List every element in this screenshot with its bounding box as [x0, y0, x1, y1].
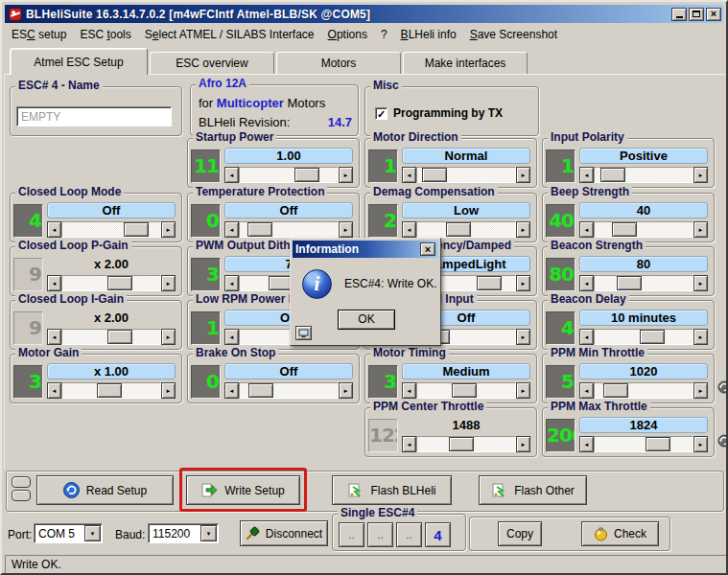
programming-by-tx-checkbox[interactable]: ✓ — [375, 107, 387, 120]
flash-other-button[interactable]: Flash Other — [479, 475, 587, 505]
slider-track[interactable] — [239, 221, 339, 238]
slider-right-arrow-icon[interactable]: ► — [161, 329, 176, 345]
slider-right-arrow-icon[interactable]: ► — [516, 382, 530, 399]
slider-left-arrow-icon[interactable]: ◄ — [224, 275, 239, 291]
tab-esc-overview[interactable]: ESC overview — [150, 52, 274, 74]
check-button[interactable]: Check — [581, 521, 659, 546]
slider-thumb[interactable] — [248, 383, 273, 398]
menu-item-esc-setup[interactable]: ESC setup — [5, 26, 73, 43]
value-slider[interactable]: ◄ ► — [579, 436, 708, 452]
slider-thumb[interactable] — [617, 276, 642, 290]
slider-right-arrow-icon[interactable]: ► — [161, 275, 176, 291]
slider-right-arrow-icon[interactable]: ► — [516, 221, 530, 238]
esc-name-input[interactable] — [16, 106, 172, 126]
menu-item-options[interactable]: Options — [321, 26, 374, 43]
slider-thumb[interactable] — [603, 383, 628, 398]
slider-right-arrow-icon[interactable]: ► — [516, 329, 530, 345]
dialog-ok-button[interactable]: OK — [338, 310, 395, 330]
slider-right-arrow-icon[interactable]: ► — [339, 167, 353, 183]
tab-atmel-esc-setup[interactable]: Atmel ESC Setup — [10, 48, 148, 75]
slider-right-arrow-icon[interactable]: ► — [693, 221, 708, 238]
esc-select-2[interactable]: .. — [367, 522, 393, 547]
slider-track[interactable] — [239, 167, 339, 183]
baud-dropdown-arrow-icon[interactable]: ▼ — [200, 525, 217, 541]
slider-track[interactable] — [594, 275, 693, 291]
slider-track[interactable] — [61, 382, 161, 399]
value-slider[interactable]: ◄ ► — [47, 221, 176, 238]
dialog-close-button[interactable]: × — [420, 242, 435, 256]
tab-make-interfaces[interactable]: Make interfaces — [403, 52, 528, 74]
slider-thumb[interactable] — [477, 276, 502, 290]
write-setup-button[interactable]: Write Setup — [186, 475, 300, 505]
slider-thumb[interactable] — [97, 383, 122, 398]
slider-left-arrow-icon[interactable]: ◄ — [47, 275, 61, 291]
value-slider[interactable]: ◄ ► — [579, 382, 708, 399]
value-slider[interactable]: ◄ ► — [224, 221, 353, 238]
slider-track[interactable] — [416, 167, 516, 183]
value-slider[interactable]: ◄ ► — [402, 382, 530, 399]
slider-track[interactable] — [61, 221, 161, 238]
maximize-button[interactable] — [689, 8, 704, 21]
slider-thumb[interactable] — [124, 222, 149, 237]
esc-select-3[interactable]: .. — [396, 522, 422, 547]
slider-thumb[interactable] — [600, 168, 625, 182]
slider-track[interactable] — [239, 382, 339, 399]
slider-thumb[interactable] — [640, 330, 665, 344]
slider-track[interactable] — [416, 221, 516, 238]
slider-left-arrow-icon[interactable]: ◄ — [579, 221, 594, 238]
value-slider[interactable]: ◄ ► — [224, 382, 353, 399]
slider-left-arrow-icon[interactable]: ◄ — [402, 167, 416, 183]
slider-right-arrow-icon[interactable]: ► — [693, 382, 708, 399]
menu-item-help[interactable]: ? — [374, 26, 394, 43]
value-slider[interactable]: ◄ ► — [47, 275, 176, 291]
slider-left-arrow-icon[interactable]: ◄ — [47, 329, 61, 345]
tab-motors[interactable]: Motors — [276, 52, 401, 74]
baud-combobox[interactable]: 115200 ▼ — [148, 523, 219, 543]
slider-right-arrow-icon[interactable]: ► — [516, 275, 530, 291]
port-combobox[interactable]: COM 5 ▼ — [34, 523, 103, 543]
value-slider[interactable]: ◄ ► — [47, 382, 176, 399]
slider-track[interactable] — [416, 436, 516, 452]
value-slider[interactable]: ◄ ► — [402, 221, 530, 238]
value-slider[interactable]: ◄ ► — [579, 221, 708, 238]
slider-right-arrow-icon[interactable]: ► — [339, 382, 353, 399]
slider-track[interactable] — [61, 329, 161, 345]
slider-thumb[interactable] — [446, 222, 471, 237]
minimize-button[interactable] — [671, 8, 687, 21]
menu-item-esc-tools[interactable]: ESC tools — [73, 26, 137, 43]
slider-left-arrow-icon[interactable]: ◄ — [224, 167, 239, 183]
slider-right-arrow-icon[interactable]: ► — [693, 167, 708, 183]
slider-thumb[interactable] — [422, 168, 447, 182]
copy-button[interactable]: Copy — [498, 521, 542, 546]
slider-track[interactable] — [594, 329, 693, 345]
value-slider[interactable]: ◄ ► — [579, 275, 708, 291]
slider-thumb[interactable] — [449, 437, 474, 451]
port-dropdown-arrow-icon[interactable]: ▼ — [84, 525, 101, 541]
value-slider[interactable]: ◄ ► — [47, 329, 176, 345]
slider-track[interactable] — [594, 221, 693, 238]
slider-thumb[interactable] — [107, 330, 132, 344]
close-button[interactable]: × — [706, 8, 721, 21]
slider-right-arrow-icon[interactable]: ► — [693, 275, 708, 291]
slider-left-arrow-icon[interactable]: ◄ — [402, 382, 416, 399]
slider-track[interactable] — [594, 382, 693, 399]
value-slider[interactable]: ◄ ► — [579, 329, 708, 345]
slider-right-arrow-icon[interactable]: ► — [693, 436, 708, 452]
slider-track[interactable] — [594, 167, 693, 183]
value-slider[interactable]: ◄ ► — [224, 167, 353, 183]
slider-thumb[interactable] — [612, 222, 637, 237]
esc-select-4[interactable]: 4 — [425, 522, 451, 547]
slider-right-arrow-icon[interactable]: ► — [516, 167, 530, 183]
slider-left-arrow-icon[interactable]: ◄ — [47, 382, 61, 399]
restore-default-icon[interactable] — [716, 433, 728, 448]
slider-left-arrow-icon[interactable]: ◄ — [224, 329, 239, 345]
menu-item-select-interface[interactable]: Select ATMEL / SILABS Interface — [138, 26, 321, 43]
slider-left-arrow-icon[interactable]: ◄ — [224, 221, 239, 238]
slider-thumb[interactable] — [452, 383, 477, 398]
value-slider[interactable]: ◄ ► — [579, 167, 708, 183]
slider-left-arrow-icon[interactable]: ◄ — [579, 436, 594, 452]
slider-thumb[interactable] — [294, 168, 319, 182]
slider-left-arrow-icon[interactable]: ◄ — [402, 221, 416, 238]
slider-right-arrow-icon[interactable]: ► — [516, 436, 530, 452]
slider-track[interactable] — [61, 275, 161, 291]
